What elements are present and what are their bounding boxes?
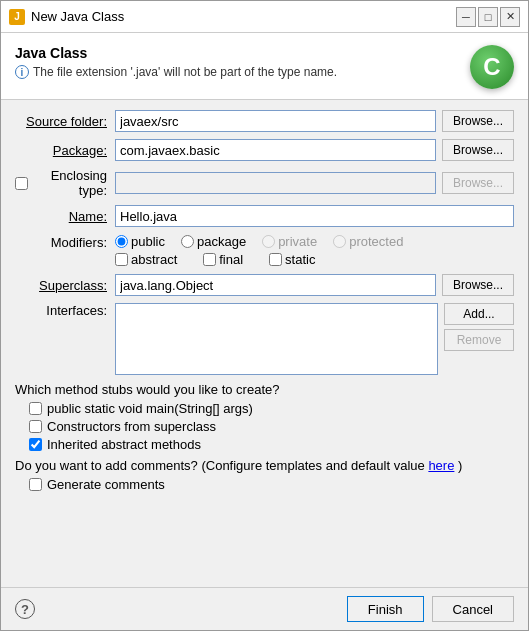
stub-constructors-checkbox[interactable] <box>29 420 42 433</box>
modifiers-content: public package private protected <box>115 234 403 267</box>
package-label: Package: <box>15 143 115 158</box>
enclosing-type-label-container: Enclosing type: <box>15 168 115 198</box>
browse-superclass-button[interactable]: Browse... <box>442 274 514 296</box>
remove-interface-button[interactable]: Remove <box>444 329 514 351</box>
modifier-static-label: static <box>285 252 315 267</box>
generate-comments[interactable]: Generate comments <box>29 477 514 492</box>
stub-inherited-checkbox[interactable] <box>29 438 42 451</box>
modifiers-label: Modifiers: <box>15 234 115 250</box>
modifier-final-label: final <box>219 252 243 267</box>
enclosing-type-input[interactable] <box>115 172 436 194</box>
superclass-label: Superclass: <box>15 278 115 293</box>
enclosing-type-checkbox[interactable] <box>15 177 28 190</box>
source-folder-label: Source folder: <box>15 114 115 129</box>
stub-main-method[interactable]: public static void main(String[] args) <box>29 401 514 416</box>
generate-comments-checkbox[interactable] <box>29 478 42 491</box>
comments-question-end: ) <box>458 458 462 473</box>
stub-main-label: public static void main(String[] args) <box>47 401 253 416</box>
interfaces-buttons: Add... Remove <box>444 303 514 351</box>
comments-question-text: Do you want to add comments? (Configure … <box>15 458 425 473</box>
modifiers-row: Modifiers: public package private <box>15 234 514 267</box>
name-row: Name: <box>15 205 514 227</box>
stubs-question: Which method stubs would you like to cre… <box>15 382 514 397</box>
modifier-public-radio[interactable] <box>115 235 128 248</box>
add-interface-button[interactable]: Add... <box>444 303 514 325</box>
superclass-row: Superclass: Browse... <box>15 274 514 296</box>
eclipse-logo: C <box>470 45 514 89</box>
interfaces-box <box>115 303 438 375</box>
package-row: Package: Browse... <box>15 139 514 161</box>
modifier-private-radio[interactable] <box>262 235 275 248</box>
modifier-private[interactable]: private <box>262 234 317 249</box>
stubs-section: Which method stubs would you like to cre… <box>15 382 514 452</box>
enclosing-type-label: Enclosing type: <box>31 168 107 198</box>
stub-inherited-label: Inherited abstract methods <box>47 437 201 452</box>
modifier-package[interactable]: package <box>181 234 246 249</box>
modifier-protected-radio[interactable] <box>333 235 346 248</box>
footer: ? Finish Cancel <box>1 587 528 630</box>
footer-left: ? <box>15 599 35 619</box>
package-input[interactable] <box>115 139 436 161</box>
enclosing-type-row: Enclosing type: Browse... <box>15 168 514 198</box>
modifier-final[interactable]: final <box>203 252 243 267</box>
source-folder-row: Source folder: Browse... <box>15 110 514 132</box>
cancel-button[interactable]: Cancel <box>432 596 514 622</box>
help-icon[interactable]: ? <box>15 599 35 619</box>
comments-question: Do you want to add comments? (Configure … <box>15 458 514 473</box>
browse-enclosing-button[interactable]: Browse... <box>442 172 514 194</box>
modifier-package-label: package <box>197 234 246 249</box>
modifiers-row1: public package private protected <box>115 234 403 249</box>
stub-inherited[interactable]: Inherited abstract methods <box>29 437 514 452</box>
browse-package-button[interactable]: Browse... <box>442 139 514 161</box>
comments-link[interactable]: here <box>428 458 454 473</box>
modifier-abstract[interactable]: abstract <box>115 252 177 267</box>
title-bar: J New Java Class ─ □ ✕ <box>1 1 528 33</box>
source-folder-input[interactable] <box>115 110 436 132</box>
modifier-final-checkbox[interactable] <box>203 253 216 266</box>
comments-section: Do you want to add comments? (Configure … <box>15 458 514 492</box>
interfaces-label: Interfaces: <box>15 303 115 318</box>
modifiers-row2: abstract final static <box>115 252 403 267</box>
modifier-protected-label: protected <box>349 234 403 249</box>
modifier-static-checkbox[interactable] <box>269 253 282 266</box>
window-title: New Java Class <box>31 9 124 24</box>
stub-constructors-label: Constructors from superclass <box>47 419 216 434</box>
name-label: Name: <box>15 209 115 224</box>
dialog-window: J New Java Class ─ □ ✕ Java Class i The … <box>0 0 529 631</box>
footer-buttons: Finish Cancel <box>347 596 514 622</box>
info-icon: i <box>15 65 29 79</box>
header-text: Java Class i The file extension '.java' … <box>15 45 337 79</box>
window-icon: J <box>9 9 25 25</box>
generate-comments-label: Generate comments <box>47 477 165 492</box>
header-section: Java Class i The file extension '.java' … <box>1 33 528 100</box>
stub-main-checkbox[interactable] <box>29 402 42 415</box>
title-bar-left: J New Java Class <box>9 9 124 25</box>
modifier-public[interactable]: public <box>115 234 165 249</box>
modifier-abstract-label: abstract <box>131 252 177 267</box>
header-info: i The file extension '.java' will not be… <box>15 65 337 79</box>
dialog-title: Java Class <box>15 45 337 61</box>
browse-source-button[interactable]: Browse... <box>442 110 514 132</box>
modifier-package-radio[interactable] <box>181 235 194 248</box>
modifier-static[interactable]: static <box>269 252 315 267</box>
modifier-private-label: private <box>278 234 317 249</box>
logo-letter: C <box>483 53 500 81</box>
maximize-button[interactable]: □ <box>478 7 498 27</box>
header-info-text: The file extension '.java' will not be p… <box>33 65 337 79</box>
name-input[interactable] <box>115 205 514 227</box>
modifier-protected[interactable]: protected <box>333 234 403 249</box>
title-controls: ─ □ ✕ <box>456 7 520 27</box>
close-button[interactable]: ✕ <box>500 7 520 27</box>
minimize-button[interactable]: ─ <box>456 7 476 27</box>
modifier-abstract-checkbox[interactable] <box>115 253 128 266</box>
main-content: Source folder: Browse... Package: Browse… <box>1 100 528 587</box>
stub-constructors[interactable]: Constructors from superclass <box>29 419 514 434</box>
finish-button[interactable]: Finish <box>347 596 424 622</box>
modifier-public-label: public <box>131 234 165 249</box>
interfaces-row: Interfaces: Add... Remove <box>15 303 514 375</box>
superclass-input[interactable] <box>115 274 436 296</box>
